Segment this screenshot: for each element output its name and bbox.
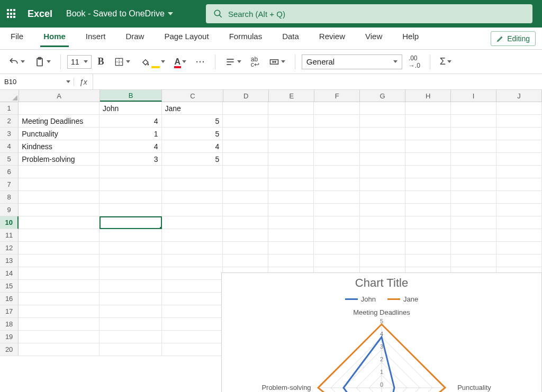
cell-C13[interactable]	[162, 254, 223, 267]
row-header[interactable]: 10	[0, 216, 19, 229]
cell-C9[interactable]	[162, 204, 223, 216]
cell-J11[interactable]	[496, 229, 542, 242]
cell-A9[interactable]	[19, 204, 100, 216]
cell-C1[interactable]: Jane	[162, 102, 223, 115]
cell-C6[interactable]	[162, 166, 223, 178]
cell-I6[interactable]	[451, 166, 496, 178]
cell-D2[interactable]	[223, 115, 268, 127]
cell-B4[interactable]: 4	[100, 140, 162, 153]
cell-G2[interactable]	[360, 115, 405, 127]
cell-J9[interactable]	[496, 204, 542, 216]
cell-B20[interactable]	[100, 343, 162, 356]
cell-F7[interactable]	[314, 178, 359, 191]
more-font-options[interactable]: ···	[193, 56, 209, 68]
cell-H5[interactable]	[405, 153, 451, 166]
cell-H6[interactable]	[405, 166, 451, 178]
cell-I1[interactable]	[451, 102, 496, 115]
cell-E8[interactable]	[268, 191, 314, 204]
tab-data[interactable]: Data	[278, 30, 303, 47]
row-header[interactable]: 14	[0, 267, 19, 280]
cell-A1[interactable]	[19, 102, 100, 115]
row-header[interactable]: 19	[0, 331, 19, 343]
cell-G13[interactable]	[360, 254, 405, 267]
cell-F8[interactable]	[314, 191, 359, 204]
cell-E5[interactable]	[268, 153, 314, 166]
cell-J3[interactable]	[496, 127, 542, 140]
cell-A6[interactable]	[19, 166, 100, 178]
cell-A11[interactable]	[19, 229, 100, 242]
cell-B8[interactable]	[100, 191, 162, 204]
cell-B3[interactable]: 1	[100, 127, 162, 140]
tab-review[interactable]: Review	[315, 30, 349, 47]
app-launcher-icon[interactable]	[5, 7, 18, 20]
cell-I2[interactable]	[451, 115, 496, 127]
cell-I9[interactable]	[451, 204, 496, 216]
cell-A7[interactable]	[19, 178, 100, 191]
cell-C10[interactable]	[162, 216, 223, 229]
col-header-A[interactable]: A	[19, 90, 100, 102]
row-header[interactable]: 17	[0, 305, 19, 318]
cell-E3[interactable]	[268, 127, 314, 140]
autosum-button[interactable]: Σ	[437, 54, 455, 69]
cell-H3[interactable]	[405, 127, 451, 140]
wrap-text-button[interactable]: abc↩	[248, 54, 263, 69]
cell-D7[interactable]	[223, 178, 268, 191]
row-header[interactable]: 1	[0, 102, 19, 115]
tab-draw[interactable]: Draw	[121, 30, 148, 47]
cell-F4[interactable]	[314, 140, 359, 153]
row-header[interactable]: 12	[0, 242, 19, 254]
cell-B11[interactable]	[100, 229, 162, 242]
cell-H1[interactable]	[405, 102, 451, 115]
cell-C18[interactable]	[162, 318, 223, 331]
cell-I7[interactable]	[451, 178, 496, 191]
col-header-E[interactable]: E	[269, 90, 314, 102]
cell-A4[interactable]: Kindness	[19, 140, 100, 153]
cell-F11[interactable]	[314, 229, 359, 242]
cell-J10[interactable]	[496, 216, 542, 229]
cell-A20[interactable]	[19, 343, 100, 356]
row-header[interactable]: 4	[0, 140, 19, 153]
col-header-C[interactable]: C	[162, 90, 223, 102]
cell-D9[interactable]	[223, 204, 268, 216]
alignment-button[interactable]	[222, 54, 245, 69]
cell-E10[interactable]	[268, 216, 314, 229]
name-box[interactable]: B10	[0, 78, 74, 86]
cell-B12[interactable]	[100, 242, 162, 254]
tab-view[interactable]: View	[361, 30, 386, 47]
cell-I11[interactable]	[451, 229, 496, 242]
cell-C8[interactable]	[162, 191, 223, 204]
cell-E9[interactable]	[268, 204, 314, 216]
cell-H13[interactable]	[405, 254, 451, 267]
row-header[interactable]: 11	[0, 229, 19, 242]
col-header-D[interactable]: D	[223, 90, 269, 102]
row-header[interactable]: 9	[0, 204, 19, 216]
cell-H2[interactable]	[405, 115, 451, 127]
chart[interactable]: Chart Title John Jane 012345Meeting Dead…	[221, 272, 542, 392]
cell-C3[interactable]: 5	[162, 127, 223, 140]
cell-B1[interactable]: John	[100, 102, 162, 115]
cell-A15[interactable]	[19, 280, 100, 293]
fill-color-button[interactable]	[137, 54, 168, 69]
cell-C17[interactable]	[162, 305, 223, 318]
cell-D5[interactable]	[223, 153, 268, 166]
cell-A16[interactable]	[19, 293, 100, 305]
col-header-H[interactable]: H	[405, 90, 451, 102]
cell-C15[interactable]	[162, 280, 223, 293]
tab-insert[interactable]: Insert	[82, 30, 110, 47]
cell-E6[interactable]	[268, 166, 314, 178]
cell-J13[interactable]	[496, 254, 542, 267]
cell-G4[interactable]	[360, 140, 405, 153]
cell-C14[interactable]	[162, 267, 223, 280]
cell-G1[interactable]	[360, 102, 405, 115]
cell-A17[interactable]	[19, 305, 100, 318]
cell-G9[interactable]	[360, 204, 405, 216]
col-header-B[interactable]: B	[100, 90, 162, 102]
cell-D3[interactable]	[223, 127, 268, 140]
cell-C19[interactable]	[162, 331, 223, 343]
cell-C16[interactable]	[162, 293, 223, 305]
cell-A10[interactable]	[19, 216, 100, 229]
cell-E2[interactable]	[268, 115, 314, 127]
row-header[interactable]: 7	[0, 178, 19, 191]
cell-I13[interactable]	[451, 254, 496, 267]
tab-help[interactable]: Help	[398, 30, 423, 47]
